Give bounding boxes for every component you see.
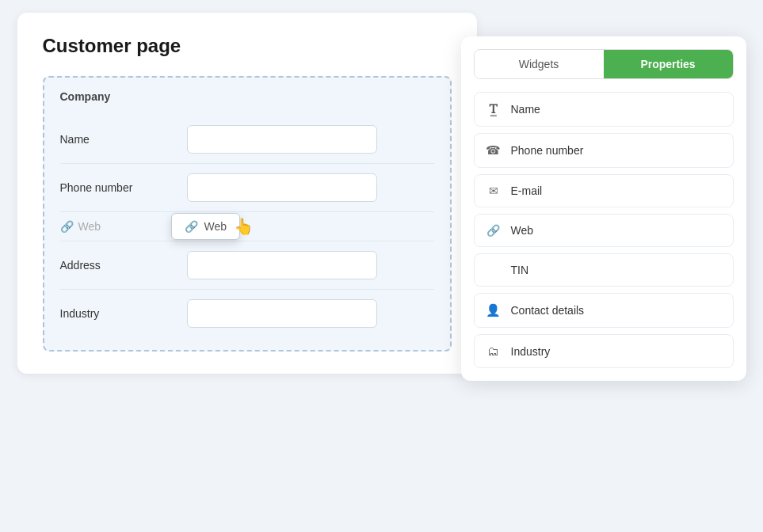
widget-item-tin[interactable]: TIN: [474, 253, 734, 287]
contact-icon: 👤: [486, 303, 502, 317]
industry-input[interactable]: [187, 299, 377, 328]
field-label-industry: Industry: [60, 307, 187, 320]
tab-widgets[interactable]: Widgets: [475, 50, 604, 78]
folder-icon: 🗂: [486, 344, 502, 358]
phone-icon: ☎: [486, 143, 502, 158]
widget-label-name: Name: [511, 103, 540, 116]
address-input[interactable]: [187, 251, 377, 279]
web-placeholder: 🔗 Web: [60, 220, 101, 233]
text-format-icon: T̲: [486, 102, 502, 116]
scene: Customer page Company Name Phone number …: [17, 13, 746, 519]
widget-item-phone[interactable]: ☎ Phone number: [474, 133, 734, 168]
widget-label-contact: Contact details: [511, 304, 585, 317]
widget-item-web[interactable]: 🔗 Web: [474, 214, 734, 247]
widget-list: T̲ Name ☎ Phone number ✉ E-mail 🔗 Web TI…: [474, 92, 734, 368]
widget-label-email: E-mail: [511, 184, 543, 197]
field-label-address: Address: [60, 259, 187, 272]
form-row-web: 🔗 Web 🔗 Web 👆: [60, 212, 434, 241]
widget-label-tin: TIN: [511, 264, 529, 276]
email-icon: ✉: [486, 184, 502, 197]
widget-label-web: Web: [511, 224, 534, 237]
tab-properties[interactable]: Properties: [604, 50, 733, 78]
form-row-name: Name: [60, 116, 434, 164]
tab-row: Widgets Properties: [474, 49, 734, 79]
field-label-phone: Phone number: [60, 181, 187, 194]
form-row-phone: Phone number: [60, 164, 434, 212]
customer-panel: Customer page Company Name Phone number …: [17, 13, 477, 374]
cursor-hand-icon: 👆: [234, 217, 254, 236]
widget-item-contact[interactable]: 👤 Contact details: [474, 293, 734, 328]
widget-item-industry[interactable]: 🗂 Industry: [474, 334, 734, 368]
phone-input[interactable]: [187, 173, 377, 202]
company-section: Company Name Phone number 🔗 Web 🔗 Web: [43, 76, 452, 352]
web-drag-preview[interactable]: 🔗 Web 👆: [171, 213, 241, 240]
link-icon: 🔗: [60, 220, 74, 233]
drag-link-icon: 🔗: [185, 220, 198, 233]
widget-label-phone: Phone number: [511, 144, 584, 157]
field-label-name: Name: [60, 133, 187, 146]
form-row-industry: Industry: [60, 290, 434, 337]
name-input[interactable]: [187, 125, 377, 154]
widgets-panel: Widgets Properties T̲ Name ☎ Phone numbe…: [461, 36, 746, 381]
widget-item-name[interactable]: T̲ Name: [474, 92, 734, 127]
widget-label-industry: Industry: [511, 345, 551, 358]
drag-preview-label: Web: [204, 220, 227, 233]
company-label: Company: [60, 90, 434, 103]
form-row-address: Address: [60, 241, 434, 290]
web-link-icon: 🔗: [486, 224, 502, 237]
widget-item-email[interactable]: ✉ E-mail: [474, 174, 734, 207]
page-title: Customer page: [43, 35, 452, 57]
web-placeholder-text: Web: [78, 220, 101, 233]
